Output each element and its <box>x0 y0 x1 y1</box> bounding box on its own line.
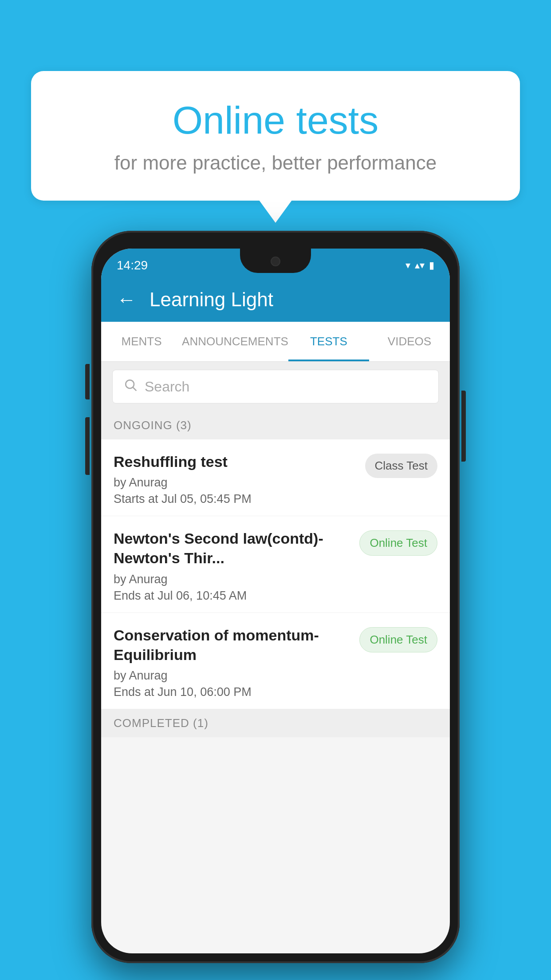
test-name-conservation: Conservation of momentum-Equilibrium <box>114 625 350 664</box>
test-author-newton: by Anurag <box>114 573 350 586</box>
test-name-newton: Newton's Second law(contd)-Newton's Thir… <box>114 529 350 568</box>
test-name-reshuffling: Reshuffling test <box>114 452 356 471</box>
power-button <box>461 391 466 462</box>
tab-videos[interactable]: VIDEOS <box>369 322 450 361</box>
test-info-conservation: Conservation of momentum-Equilibrium by … <box>114 625 350 699</box>
test-author-reshuffling: by Anurag <box>114 476 356 490</box>
phone-notch <box>240 249 311 273</box>
signal-icon: ▴▾ <box>415 260 425 271</box>
test-badge-online-newton: Online Test <box>359 530 437 556</box>
tab-ments[interactable]: MENTS <box>101 322 182 361</box>
battery-icon: ▮ <box>429 260 434 271</box>
camera-dot <box>271 257 280 266</box>
svg-line-1 <box>133 387 136 391</box>
wifi-icon: ▾ <box>405 260 410 271</box>
test-author-conservation: by Anurag <box>114 669 350 683</box>
search-container: Search <box>101 362 450 411</box>
test-item-newton[interactable]: Newton's Second law(contd)-Newton's Thir… <box>101 516 450 612</box>
phone-frame: 14:29 ▾ ▴▾ ▮ ← Learning Light MENTS ANNO… <box>91 231 460 963</box>
test-badge-class: Class Test <box>365 454 437 478</box>
tab-announcements[interactable]: ANNOUNCEMENTS <box>182 322 288 361</box>
test-item-conservation[interactable]: Conservation of momentum-Equilibrium by … <box>101 613 450 709</box>
search-bar[interactable]: Search <box>112 370 439 403</box>
tab-tests[interactable]: TESTS <box>288 322 369 361</box>
bubble-title: Online tests <box>67 98 484 143</box>
search-icon <box>123 377 138 396</box>
completed-section-header: COMPLETED (1) <box>101 709 450 737</box>
status-time: 14:29 <box>117 258 148 273</box>
volume-up-button <box>85 364 90 399</box>
test-info-newton: Newton's Second law(contd)-Newton's Thir… <box>114 529 350 602</box>
phone-screen: 14:29 ▾ ▴▾ ▮ ← Learning Light MENTS ANNO… <box>101 249 450 953</box>
test-item-reshuffling[interactable]: Reshuffling test by Anurag Starts at Jul… <box>101 439 450 516</box>
bubble-subtitle: for more practice, better performance <box>67 152 484 174</box>
test-date-newton: Ends at Jul 06, 10:45 AM <box>114 589 350 603</box>
status-icons: ▾ ▴▾ ▮ <box>405 260 434 271</box>
app-bar: ← Learning Light <box>101 277 450 322</box>
volume-down-button <box>85 417 90 475</box>
test-badge-online-conservation: Online Test <box>359 627 437 652</box>
tabs-bar: MENTS ANNOUNCEMENTS TESTS VIDEOS <box>101 322 450 362</box>
svg-point-0 <box>126 380 134 388</box>
ongoing-label: ONGOING (3) <box>114 419 192 432</box>
test-info-reshuffling: Reshuffling test by Anurag Starts at Jul… <box>114 452 356 506</box>
phone-device: 14:29 ▾ ▴▾ ▮ ← Learning Light MENTS ANNO… <box>91 231 460 963</box>
test-date-conservation: Ends at Jun 10, 06:00 PM <box>114 685 350 699</box>
test-date-reshuffling: Starts at Jul 05, 05:45 PM <box>114 492 356 506</box>
ongoing-section-header: ONGOING (3) <box>101 411 450 439</box>
completed-label: COMPLETED (1) <box>114 716 209 730</box>
search-input[interactable]: Search <box>145 379 189 395</box>
test-list: Reshuffling test by Anurag Starts at Jul… <box>101 439 450 709</box>
app-bar-title: Learning Light <box>150 288 273 311</box>
back-button[interactable]: ← <box>117 288 136 311</box>
speech-bubble: Online tests for more practice, better p… <box>31 71 520 201</box>
